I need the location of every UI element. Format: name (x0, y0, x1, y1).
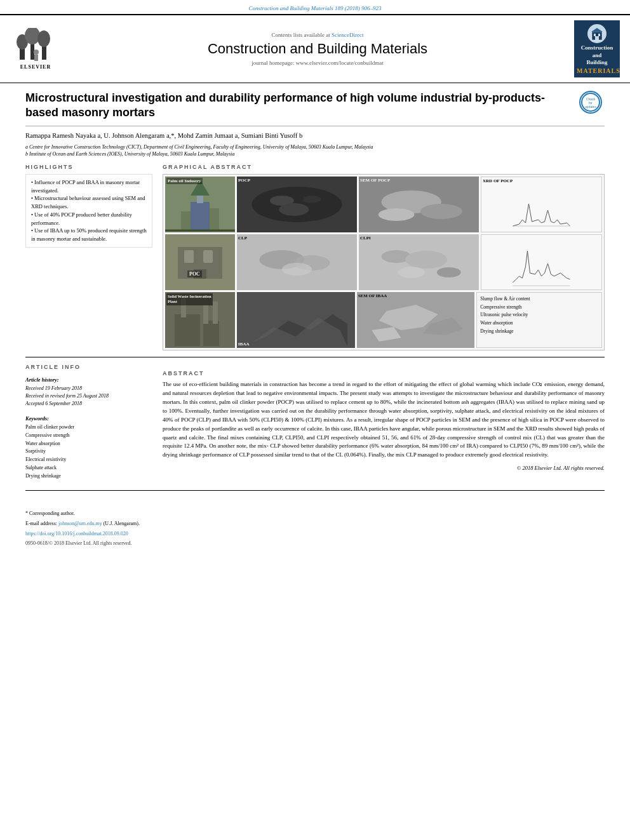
svg-rect-53 (203, 305, 208, 324)
ga-sem-ibaa-label: SEM OF IBAA (358, 293, 387, 298)
ga-pocp-label: POCP (238, 178, 250, 183)
ga-prop-1: Slump flow & Air content (480, 295, 598, 303)
keyword-4: Sorptivity (25, 448, 152, 456)
elsevier-tree-icon (17, 28, 55, 63)
affiliations: a Centre for Innovative Construction Tec… (25, 143, 605, 157)
ga-row-1: Palm oil Industry (165, 177, 602, 232)
sem-pocp-icon (359, 177, 479, 232)
article-info: Article history: Received 19 February 20… (25, 377, 152, 481)
article-info-header: ARTICLE INFO (25, 364, 152, 370)
ga-clpi: CLPI (359, 234, 479, 290)
highlight-item-1: Influence of POCP and IBAA in masonry mo… (31, 178, 147, 195)
xrd-pocp-chart (481, 185, 601, 232)
footer: * Corresponding author. E-mail address: … (0, 505, 630, 551)
footer-copyright: 0950-0618/© 2018 Elsevier Ltd. All right… (25, 540, 605, 546)
ga-prop-5: Drying shrinkage (480, 328, 598, 336)
svg-point-32 (379, 208, 415, 221)
keyword-3: Water absorption (25, 440, 152, 448)
svg-rect-50 (175, 314, 200, 346)
ga-clp-label: CLP (238, 236, 247, 241)
journal-homepage: journal homepage: www.elsevier.com/locat… (67, 60, 568, 66)
ga-palm-label: Palm oil Industry (166, 178, 203, 184)
keyword-7: Drying shrinkage (25, 472, 152, 481)
clpi-icon (359, 234, 479, 290)
email-line: E-mail address: johnson@um.edu.my (U.J. … (25, 520, 605, 528)
svg-point-6 (34, 50, 39, 55)
received-date: Received 19 February 2018 (25, 385, 152, 392)
email-link[interactable]: johnson@um.edu.my (58, 521, 102, 526)
journal-logo-right: Construction and Building MATERIALS (574, 20, 620, 77)
svg-point-47 (398, 267, 425, 278)
abstract-col: ABSTRACT The use of eco-efficient buildi… (163, 370, 605, 481)
authors: Ramappa Ramesh Nayaka a, U. Johnson Alen… (25, 131, 605, 141)
palm-industry-icon (165, 177, 235, 232)
ga-sem-pocp-label: SEM OF POCP (360, 178, 390, 183)
keywords-list: Palm oil clinker powder Compressive stre… (25, 423, 152, 481)
doi-line: https://doi.org/10.1016/j.conbuildmat.20… (25, 530, 605, 538)
svg-rect-10 (598, 34, 600, 36)
article-title: Microstructural investigation and durabi… (25, 91, 573, 121)
ga-palm-oil: Palm oil Industry (165, 177, 235, 232)
section-divider-1 (25, 357, 605, 357)
svg-rect-37 (203, 250, 213, 263)
two-col-highlights: HIGHLIGHTS Influence of POCP and IBAA in… (25, 164, 605, 350)
affiliation-b: b Institute of Ocean and Earth Sciences … (25, 150, 605, 157)
ga-poc-label: POC (187, 270, 202, 277)
ga-prop-3: Ultrasonic pulse velocity (480, 311, 598, 319)
ga-pocp: POCP (237, 177, 357, 232)
ga-solid-waste: Solid Waste IncinerationPlant (165, 292, 235, 348)
revised-date: Received in revised form 25 August 2018 (25, 392, 152, 400)
sem-ibaa-icon (357, 292, 475, 348)
highlights-list: Influence of POCP and IBAA in masonry mo… (31, 178, 147, 243)
top-reference: Construction and Building Materials 189 … (0, 0, 630, 14)
highlight-item-2: Microstructural behaviour assessed using… (31, 194, 147, 211)
contents-line: Contents lists available at ScienceDirec… (67, 32, 568, 38)
ga-prop-4: Water absorption (480, 319, 598, 328)
svg-rect-9 (594, 34, 596, 36)
ga-xrd2 (481, 234, 602, 290)
corresponding-note: * Corresponding author. (25, 510, 605, 517)
keyword-1: Palm oil clinker powder (25, 423, 152, 432)
highlights-header: HIGHLIGHTS (25, 164, 152, 170)
journal-header: ELSEVIER Contents lists available at Sci… (0, 14, 630, 83)
article-info-col: ARTICLE INFO Article history: Received 1… (25, 364, 152, 481)
doi-link[interactable]: https://doi.org/10.1016/j.conbuildmat.20… (25, 531, 128, 537)
page: Construction and Building Materials 189 … (0, 0, 630, 840)
elsevier-label: ELSEVIER (20, 64, 51, 70)
affiliation-a: a Centre for Innovative Construction Tec… (25, 143, 605, 150)
building-icon (590, 27, 604, 41)
svg-point-28 (279, 203, 309, 216)
keywords-title: Keywords: (25, 415, 152, 422)
left-col: HIGHLIGHTS Influence of POCP and IBAA in… (25, 164, 152, 350)
check-badge-icon: Check for updates (580, 92, 601, 112)
svg-rect-7 (34, 55, 38, 61)
keyword-5: Electrical resistivity (25, 456, 152, 464)
abstract-text: The use of eco-efficient building materi… (163, 380, 605, 460)
copyright: © 2018 Elsevier Ltd. All rights reserved… (163, 465, 605, 471)
ga-xrd-pocp-label: XRD OF POCP (483, 178, 513, 183)
svg-point-42 (282, 263, 312, 276)
ga-xrd-pocp: XRD OF POCP (481, 177, 602, 232)
abstract-header: ABSTRACT (163, 370, 605, 377)
main-content: Microstructural investigation and durabi… (0, 83, 630, 505)
journal-title-center: Contents lists available at ScienceDirec… (67, 32, 568, 66)
highlights-box: Influence of POCP and IBAA in masonry mo… (25, 174, 152, 248)
svg-rect-18 (191, 202, 210, 230)
svg-point-46 (437, 267, 461, 277)
svg-text:updates: updates (585, 105, 596, 109)
highlight-item-3: Use of 40% POCP produced better durabili… (31, 211, 147, 227)
logo-materials-text: MATERIALS (577, 67, 617, 75)
svg-rect-36 (184, 250, 194, 263)
elsevier-logo: ELSEVIER (10, 28, 61, 70)
check-for-updates: Check for updates (579, 91, 605, 114)
sciencedirect-link[interactable]: ScienceDirect (332, 32, 363, 38)
svg-rect-54 (213, 302, 218, 324)
ga-prop-2: Compressive strength (480, 303, 598, 312)
ga-properties-list: Slump flow & Air content Compressive str… (476, 292, 602, 348)
graphical-abstract-header: GRAPHICAL ABSTRACT (163, 164, 605, 170)
ga-ibaa-bottom-label: IBAA (238, 342, 250, 347)
ga-ibaa-bottom: IBAA (237, 292, 355, 348)
svg-point-27 (303, 196, 321, 203)
pocp-icon (237, 177, 357, 232)
ga-poc: POC (165, 234, 235, 290)
